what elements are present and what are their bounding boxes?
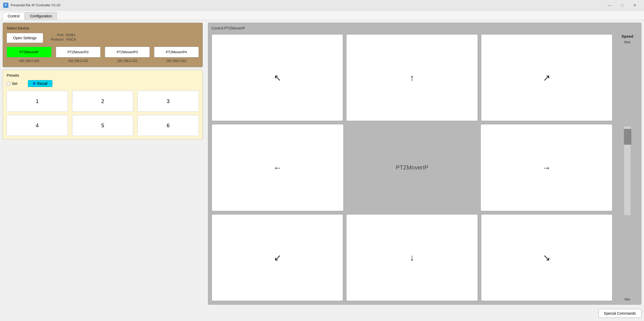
- device-ip-1: 192.168.0.101: [56, 59, 101, 63]
- device-button-3[interactable]: PTZMoverIP4: [154, 47, 199, 57]
- ptz-grid-area: ↖ ↑ ↗ ←: [211, 34, 613, 301]
- up-left-arrow-icon: ↖: [274, 73, 281, 82]
- tabs-bar: Control Configuration: [0, 11, 644, 20]
- port-protocol-info: Port: 52381 Protocol: VISCA: [48, 33, 76, 41]
- up-arrow-icon: ↑: [410, 73, 414, 82]
- control-ptz-title: Control PTZMoverIP: [211, 26, 638, 30]
- speed-label: Speed: [621, 34, 633, 38]
- right-arrow-icon: →: [542, 163, 551, 172]
- preset-button-1[interactable]: 1: [7, 91, 68, 112]
- title-bar-left: P PresenterTek IP Controller V1.02: [3, 3, 61, 8]
- bottom-right: Special Commands: [208, 309, 641, 318]
- ptz-up-left-button[interactable]: ↖: [211, 34, 343, 121]
- ptz-right-button[interactable]: →: [480, 124, 613, 211]
- main-content: Select Device Open Settings Port: 52381 …: [0, 20, 644, 320]
- ptz-up-button[interactable]: ↑: [346, 34, 478, 121]
- speed-min-label: Min: [625, 297, 630, 301]
- port-value: 52381: [66, 33, 75, 37]
- select-device-title: Select Device: [7, 26, 199, 30]
- ptz-content: ↖ ↑ ↗ ←: [211, 34, 638, 301]
- device-buttons: PTZMoverIP PTZMoverIP2 PTZMoverIP3 PTZMo…: [7, 47, 199, 57]
- preset-grid: 1 2 3 4 5 6: [7, 91, 199, 136]
- speed-max-label: Max: [624, 40, 631, 44]
- protocol-value: VISCA: [66, 37, 76, 41]
- set-radio[interactable]: [7, 82, 10, 85]
- speed-track[interactable]: [624, 126, 631, 216]
- preset-button-5[interactable]: 5: [72, 115, 133, 136]
- ptz-row-2: ← PTZMoverIP →: [211, 124, 613, 211]
- left-arrow-icon: ←: [273, 163, 282, 172]
- protocol-label: Protocol:: [48, 37, 64, 41]
- ptz-down-button[interactable]: ↓: [346, 214, 478, 301]
- maximize-button[interactable]: □: [616, 1, 628, 9]
- recall-dot: [33, 82, 36, 85]
- tab-control[interactable]: Control: [3, 12, 24, 20]
- preset-radio-row: Set Recall: [7, 80, 199, 87]
- device-top-row: Open Settings Port: 52381 Protocol: VISC…: [7, 33, 199, 43]
- app-title: PresenterTek IP Controller V1.02: [11, 3, 61, 7]
- down-left-arrow-icon: ↙: [274, 253, 281, 262]
- set-radio-label[interactable]: Set: [7, 81, 17, 86]
- ptz-row-1: ↖ ↑ ↗: [211, 34, 613, 121]
- app-icon: P: [3, 3, 8, 8]
- window-controls: — □ ✕: [603, 1, 641, 9]
- ptz-up-right-button[interactable]: ↗: [481, 34, 613, 121]
- open-settings-button[interactable]: Open Settings: [7, 33, 43, 43]
- preset-button-3[interactable]: 3: [137, 91, 199, 112]
- special-commands-button[interactable]: Special Commands: [598, 309, 641, 318]
- port-label: Port:: [48, 33, 64, 37]
- preset-button-2[interactable]: 2: [72, 91, 133, 112]
- preset-row-2: 4 5 6: [7, 115, 199, 136]
- tab-configuration[interactable]: Configuration: [25, 12, 57, 20]
- speed-slider-container: [624, 46, 631, 296]
- left-panel: Select Device Open Settings Port: 52381 …: [0, 20, 205, 320]
- device-ips: 192.168.0.100 192.168.0.101 192.168.0.10…: [7, 59, 199, 63]
- up-right-arrow-icon: ↗: [543, 73, 550, 82]
- close-button[interactable]: ✕: [629, 1, 641, 9]
- device-ip-2: 192.168.0.102: [105, 59, 150, 63]
- right-panel: Control PTZMoverIP ↖ ↑ ↗: [205, 20, 644, 320]
- presets-title: Presets: [7, 73, 199, 77]
- presets-box: Presets Set Recall 1 2 3 4: [3, 70, 203, 139]
- speed-thumb[interactable]: [624, 129, 631, 145]
- recall-button[interactable]: Recall: [28, 80, 52, 87]
- device-button-0[interactable]: PTZMoverIP: [7, 47, 52, 57]
- preset-row-1: 1 2 3: [7, 91, 199, 112]
- preset-button-4[interactable]: 4: [7, 115, 68, 136]
- control-ptz-box: Control PTZMoverIP ↖ ↑ ↗: [208, 23, 641, 305]
- speed-panel: Speed Max Min: [617, 34, 638, 301]
- device-ip-3: 192.168.0.101: [154, 59, 199, 63]
- preset-button-6[interactable]: 6: [137, 115, 199, 136]
- ptz-device-label: PTZMoverIP: [346, 124, 478, 211]
- down-right-arrow-icon: ↘: [543, 253, 550, 262]
- device-ip-0: 192.168.0.100: [7, 59, 52, 63]
- device-button-1[interactable]: PTZMoverIP2: [56, 47, 101, 57]
- minimize-button[interactable]: —: [603, 1, 616, 9]
- ptz-row-3: ↙ ↓ ↘: [211, 214, 613, 301]
- device-button-2[interactable]: PTZMoverIP3: [105, 47, 150, 57]
- down-arrow-icon: ↓: [410, 253, 414, 262]
- title-bar: P PresenterTek IP Controller V1.02 — □ ✕: [0, 0, 644, 11]
- ptz-left-button[interactable]: ←: [211, 124, 344, 211]
- ptz-down-right-button[interactable]: ↘: [481, 214, 613, 301]
- select-device-box: Select Device Open Settings Port: 52381 …: [3, 23, 203, 67]
- ptz-down-left-button[interactable]: ↙: [211, 214, 343, 301]
